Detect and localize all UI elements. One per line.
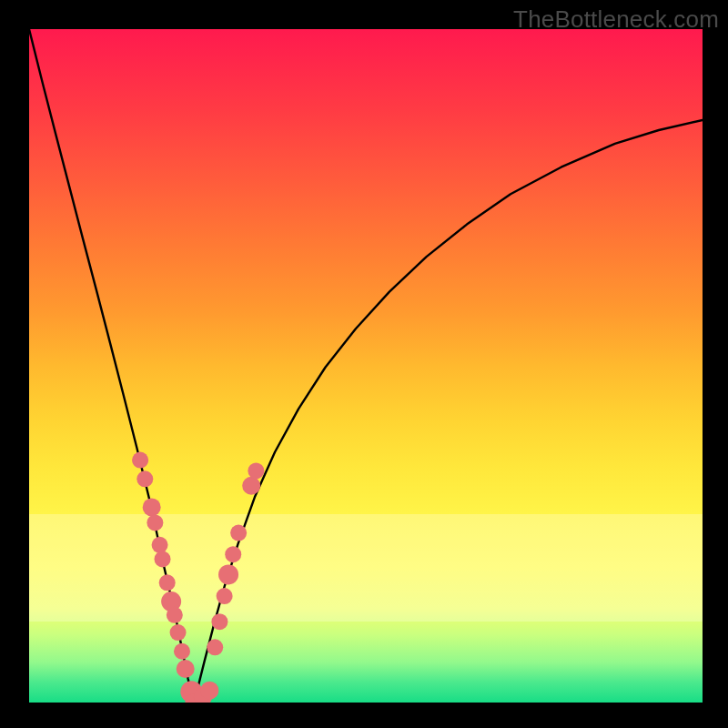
marker-point <box>207 639 223 655</box>
marker-point <box>143 498 161 516</box>
marker-point <box>225 546 241 562</box>
marker-point <box>170 624 187 641</box>
marker-point <box>217 588 233 604</box>
chart-svg <box>29 29 703 703</box>
marker-point <box>211 613 228 630</box>
marker-point <box>200 682 218 700</box>
marker-point <box>230 525 247 541</box>
marker-point <box>177 660 195 678</box>
plot-area <box>29 29 703 703</box>
marker-point <box>152 537 168 553</box>
marker-point <box>174 643 190 660</box>
marker-point <box>159 574 176 591</box>
marker-point <box>147 514 163 531</box>
chart-frame: TheBottleneck.com <box>0 0 728 728</box>
marker-point <box>167 607 183 623</box>
marker-point <box>242 477 260 495</box>
marker-point <box>248 462 264 479</box>
marker-point <box>218 564 238 584</box>
marker-point <box>155 551 171 567</box>
curve-right-branch <box>194 120 703 703</box>
marker-point <box>136 470 153 487</box>
marker-point <box>132 452 148 469</box>
